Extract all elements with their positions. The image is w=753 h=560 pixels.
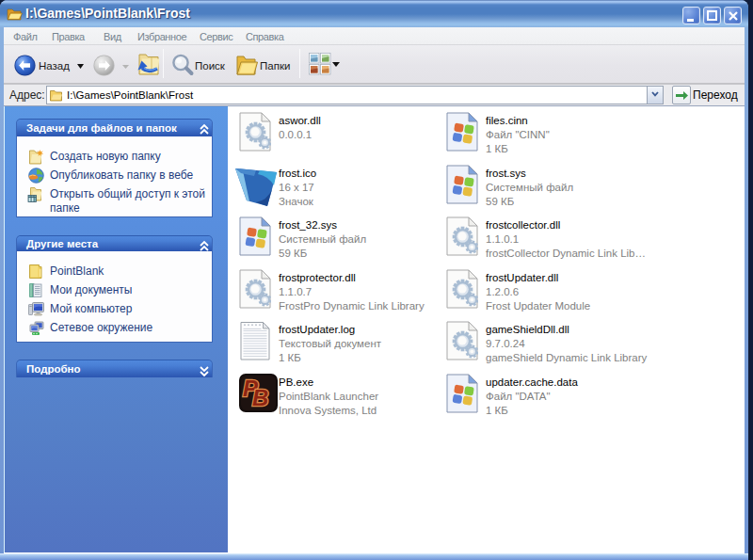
svg-text:B: B [252,385,268,410]
